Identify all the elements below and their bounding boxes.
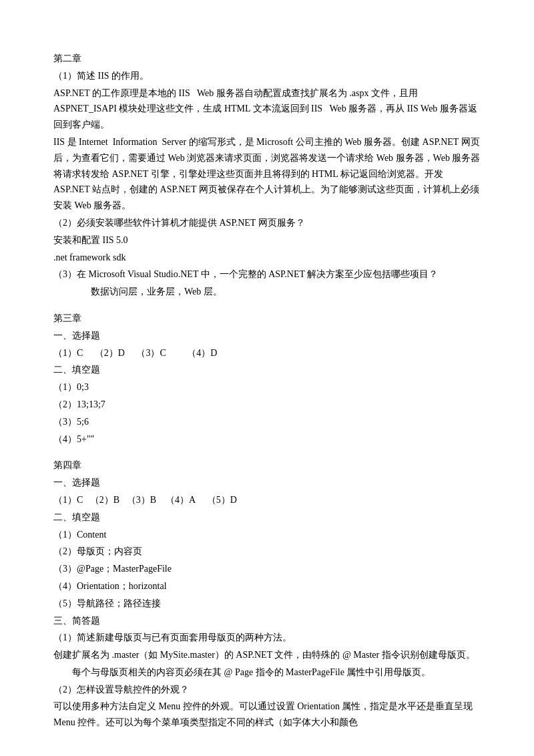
ch2-a2-2: .net framework sdk bbox=[53, 250, 481, 266]
ch4-fill-2: （2）母版页；内容页 bbox=[53, 544, 481, 560]
chapter-4-title: 第四章 bbox=[53, 457, 481, 474]
page-content: 第二章 （1）简述 IIS 的作用。 ASP.NET 的工作原理是本地的 IIS… bbox=[53, 51, 481, 731]
ch4-a2-p1: 可以使用多种方法自定义 Menu 控件的外观。可以通过设置 Orientatio… bbox=[53, 699, 481, 731]
ch4-subtitle-1: 一、选择题 bbox=[53, 475, 481, 491]
ch4-q2: （2）怎样设置导航控件的外观？ bbox=[53, 682, 481, 698]
ch2-q2: （2）必须安装哪些软件计算机才能提供 ASP.NET 网页服务？ bbox=[53, 215, 481, 231]
ch4-fill-1: （1）Content bbox=[53, 527, 481, 543]
chapter-2: 第二章 （1）简述 IIS 的作用。 ASP.NET 的工作原理是本地的 IIS… bbox=[53, 51, 481, 300]
chapter-2-title: 第二章 bbox=[53, 51, 481, 67]
ch4-q1: （1）简述新建母版页与已有页面套用母版页的两种方法。 bbox=[53, 630, 481, 646]
ch3-fill-2: （2）13;13;7 bbox=[53, 397, 481, 413]
ch4-fill-4: （4）Orientation；horizontal bbox=[53, 578, 481, 594]
chapter-3-title: 第三章 bbox=[53, 311, 481, 327]
ch4-subtitle-3: 三、简答题 bbox=[53, 613, 481, 629]
ch2-a2-1: 安装和配置 IIS 5.0 bbox=[53, 232, 481, 248]
ch3-fill-3: （3）5;6 bbox=[53, 414, 481, 430]
ch4-a1-p1: 创建扩展名为 .master（如 MySite.master）的 ASP.NET… bbox=[53, 647, 481, 663]
ch3-subtitle-1: 一、选择题 bbox=[53, 328, 481, 344]
ch2-q1: （1）简述 IIS 的作用。 bbox=[53, 68, 481, 84]
ch3-subtitle-2: 二、填空题 bbox=[53, 362, 481, 378]
ch2-p2: IIS 是 Internet Information Server 的缩写形式，… bbox=[53, 134, 481, 214]
ch2-p1: ASP.NET 的工作原理是本地的 IIS Web 服务器自动配置成查找扩展名为… bbox=[53, 85, 481, 133]
ch4-a1-p2: 每个与母版页相关的内容页必须在其 @ Page 指令的 MasterPageFi… bbox=[53, 665, 481, 681]
ch4-fill-5: （5）导航路径；路径连接 bbox=[53, 596, 481, 612]
ch4-subtitle-2: 二、填空题 bbox=[53, 510, 481, 526]
ch3-choices: （1）C （2）D （3）C （4）D bbox=[53, 345, 481, 361]
ch2-a3: 数据访问层，业务层，Web 层。 bbox=[53, 284, 481, 300]
ch3-fill-4: （4）5+"" bbox=[53, 431, 481, 447]
ch2-q3: （3）在 Microsoft Visual Studio.NET 中，一个完整的… bbox=[53, 266, 481, 282]
chapter-3: 第三章 一、选择题 （1）C （2）D （3）C （4）D 二、填空题 （1）0… bbox=[53, 311, 481, 447]
ch4-choices: （1）C （2）B （3）B （4）A （5）D bbox=[53, 492, 481, 508]
chapter-4: 第四章 一、选择题 （1）C （2）B （3）B （4）A （5）D 二、填空题… bbox=[53, 457, 481, 731]
ch4-fill-3: （3）@Page；MasterPageFile bbox=[53, 561, 481, 577]
ch3-fill-1: （1）0;3 bbox=[53, 379, 481, 395]
